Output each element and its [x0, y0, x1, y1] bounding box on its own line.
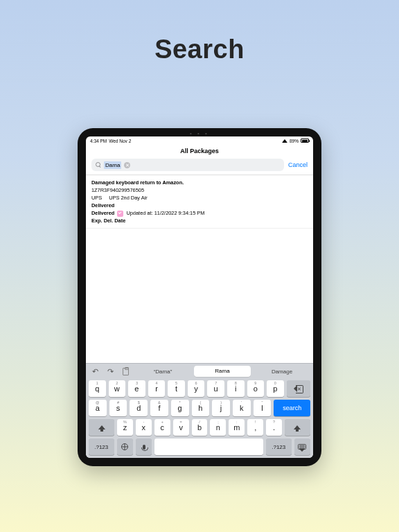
undo-button[interactable]: ↶ — [89, 366, 101, 376]
key-j[interactable]: )j — [212, 400, 230, 416]
key-y[interactable]: 6y — [188, 380, 205, 397]
battery-fill — [302, 140, 308, 142]
key-hint: & — [158, 400, 161, 405]
key-symbols-right[interactable]: .?123 — [266, 438, 292, 455]
key-label: y — [194, 384, 198, 393]
key-hint: 2 — [116, 381, 118, 385]
result-card[interactable]: Damaged keyboard return to Amazon. 1Z7R3… — [86, 175, 313, 229]
key-space[interactable] — [154, 438, 263, 455]
battery-pct: 89% — [290, 139, 299, 143]
mic-icon — [143, 445, 145, 450]
key-mic[interactable] — [136, 438, 152, 455]
empty-scroll-area[interactable] — [86, 229, 313, 363]
key-label: , — [254, 423, 256, 432]
key-r[interactable]: 4r — [148, 380, 166, 397]
key-label: x — [142, 423, 146, 432]
shift-icon — [294, 425, 301, 429]
key-search[interactable]: search — [274, 400, 310, 416]
key-w[interactable]: 2w — [109, 380, 126, 397]
search-query-text: Dama — [104, 161, 121, 169]
key-label: m — [233, 423, 240, 432]
key-x[interactable]: -x — [136, 419, 152, 436]
result-status: Delivered — [91, 202, 308, 209]
key-hint: @ — [96, 400, 100, 405]
result-title: Damaged keyboard return to Amazon. — [91, 179, 308, 186]
redo-icon: ↷ — [107, 367, 114, 376]
backspace-icon: ✕ — [294, 385, 303, 392]
key-i[interactable]: 8i — [227, 380, 245, 397]
key-t[interactable]: 5t — [168, 380, 185, 397]
key-l[interactable]: "l — [254, 400, 272, 416]
key-label: z — [123, 423, 127, 432]
tablet-frame: • • • 4:34 PM Wed Nov 2 89% All Packages… — [78, 128, 321, 466]
key-c[interactable]: +c — [154, 419, 170, 436]
key-label: f — [158, 404, 160, 412]
key-hint: ) — [220, 400, 222, 405]
key-.[interactable]: ?. — [266, 419, 282, 436]
key-backspace[interactable]: ✕ — [287, 380, 310, 397]
key-label: p — [273, 384, 277, 393]
key-hint: % — [123, 420, 127, 424]
key-hint: : — [236, 420, 238, 424]
key-h[interactable]: (h — [192, 400, 210, 416]
battery-icon — [301, 139, 309, 143]
key-label: u — [214, 384, 218, 393]
key-label: j — [220, 404, 222, 412]
result-service: UPS 2nd Day Air — [109, 194, 147, 202]
redo-button[interactable]: ↷ — [104, 366, 116, 376]
search-icon — [96, 162, 101, 168]
key-v[interactable]: =v — [173, 419, 189, 436]
keyboard-row-1: 1q2w3e4r5t6y7u8i9o0p✕ — [86, 379, 313, 398]
key-g[interactable]: *g — [171, 400, 189, 416]
key-globe[interactable] — [117, 438, 133, 455]
search-input[interactable]: Dama ✕ — [91, 159, 284, 171]
key-hint: + — [161, 420, 163, 424]
key-hint: ' — [241, 400, 242, 405]
key-d[interactable]: $d — [130, 400, 148, 416]
key-m[interactable]: :m — [229, 419, 245, 436]
key-hide-keyboard[interactable] — [294, 438, 310, 455]
key-k[interactable]: 'k — [233, 400, 251, 416]
key-b[interactable]: /b — [192, 419, 208, 436]
key-z[interactable]: %z — [117, 419, 133, 436]
key-label: i — [235, 384, 236, 393]
key-shift-left[interactable] — [89, 419, 114, 436]
clear-search-button[interactable]: ✕ — [124, 162, 130, 168]
key-hint: 8 — [235, 381, 237, 385]
undo-icon: ↶ — [92, 367, 98, 376]
candidate-selected[interactable]: Rama — [194, 366, 251, 377]
key-label: r — [155, 384, 158, 393]
key-q[interactable]: 1q — [89, 380, 106, 397]
candidate-plain[interactable]: Damage — [254, 369, 310, 375]
key-u[interactable]: 7u — [207, 380, 224, 397]
key-shift-right[interactable] — [285, 419, 310, 436]
key-hint: 0 — [274, 381, 276, 385]
key-symbols-left[interactable]: .?123 — [89, 438, 114, 455]
key-n[interactable]: ;n — [210, 419, 226, 436]
page-title: All Packages — [86, 143, 313, 159]
key-s[interactable]: #s — [109, 400, 127, 416]
candidate-bar: ↶ ↷ “Dama” Rama Damage — [86, 364, 313, 379]
key-hint: - — [143, 420, 144, 424]
key-label: q — [95, 384, 99, 393]
key-label: b — [197, 423, 202, 432]
cancel-search-button[interactable]: Cancel — [288, 161, 308, 168]
clipboard-button[interactable] — [119, 366, 132, 376]
shift-icon — [98, 425, 105, 429]
key-label: h — [198, 404, 202, 412]
status-time: 4:34 PM — [90, 139, 107, 143]
key-a[interactable]: @a — [89, 400, 107, 416]
key-f[interactable]: &f — [150, 400, 168, 416]
key-o[interactable]: 9o — [247, 380, 265, 397]
key-label: e — [134, 384, 139, 393]
result-updated-label: Updated at: — [126, 210, 152, 216]
candidate-quoted[interactable]: “Dama” — [134, 369, 191, 375]
key-p[interactable]: 0p — [267, 380, 284, 397]
key-label: g — [178, 404, 182, 412]
key-e[interactable]: 3e — [128, 380, 145, 397]
key-,[interactable]: !, — [247, 419, 263, 436]
keyboard-row-2: @a#s$d&f*g(h)j'k"l search — [86, 398, 313, 418]
globe-icon — [121, 443, 128, 450]
key-hint: 4 — [155, 381, 157, 385]
key-label: l — [261, 404, 263, 412]
